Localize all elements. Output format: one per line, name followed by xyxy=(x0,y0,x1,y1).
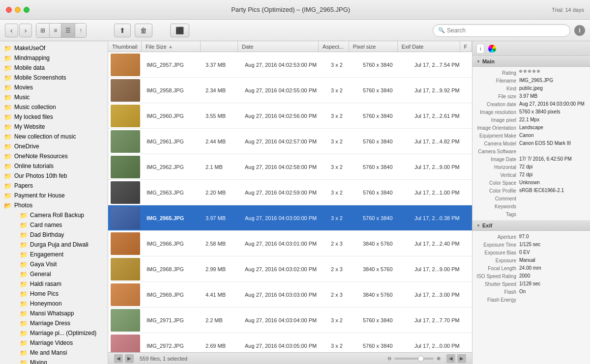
sidebar-item[interactable]: 📁Card names xyxy=(0,220,108,230)
sidebar-item[interactable]: 📁OneDrive xyxy=(0,141,108,151)
info-button[interactable]: i xyxy=(574,25,585,36)
table-row[interactable]: IMG_2961.JPG2.44 MBAug 27, 2016 04:02:57… xyxy=(108,129,472,154)
nav-next-button[interactable]: ▶ xyxy=(125,354,134,363)
sidebar-item[interactable]: 📁Movies xyxy=(0,83,108,92)
sidebar-item[interactable]: 📁MakeUseOf xyxy=(0,43,108,53)
sidebar-item-label: Payment for House xyxy=(14,192,65,199)
sidebar-item[interactable]: 📁Papers xyxy=(0,181,108,191)
table-row[interactable]: IMG_2969.JPG4.41 MBAug 27, 2016 04:03:03… xyxy=(108,282,472,308)
sidebar-item[interactable]: 📁Marriage pi... (Optimized) xyxy=(0,328,108,338)
meta-resolution-label: Image resolution xyxy=(472,109,519,115)
meta-pixel-label: Image pixel xyxy=(472,117,519,123)
share-button[interactable]: ⬆ xyxy=(114,24,131,37)
table-row[interactable]: IMG_2966.JPG2.58 MBAug 27, 2016 04:03:01… xyxy=(108,231,472,256)
table-row[interactable]: IMG_2965.JPG3.97 MBAug 27, 2016 04:03:00… xyxy=(108,205,472,231)
delete-button[interactable]: 🗑 xyxy=(135,24,152,37)
table-row[interactable]: IMG_2958.JPG2.34 MBAug 27, 2016 04:02:55… xyxy=(108,78,472,103)
view-sort-button[interactable]: ↑ xyxy=(75,24,86,37)
view-list-button[interactable]: ≡ xyxy=(50,24,61,37)
col-header-thumbnail[interactable]: Thumbnail xyxy=(108,41,142,52)
sidebar-item[interactable]: 📁Durga Puja and Diwali xyxy=(0,240,108,250)
tab-color[interactable] xyxy=(488,45,496,53)
sidebar-item[interactable]: 📁Gaya Visit xyxy=(0,259,108,269)
rating-dot-3[interactable] xyxy=(528,70,531,73)
sidebar-item-label: Marriage Dress xyxy=(30,320,70,327)
col-header-date[interactable]: Date xyxy=(238,41,319,52)
table-row[interactable]: IMG_2962.JPG2.1 MBAug 27, 2016 04:02:58:… xyxy=(108,154,472,180)
sidebar-item[interactable]: 📁My locked files xyxy=(0,112,108,122)
nav-prev-button[interactable]: ◀ xyxy=(114,354,123,363)
sidebar-item[interactable]: 📁Mobile Screenshots xyxy=(0,73,108,83)
table-row[interactable]: IMG_2972.JPG2.69 MBAug 27, 2016 04:03:05… xyxy=(108,333,472,352)
file-date-cell: Aug 27, 2016 04:03:04:00 PM xyxy=(241,308,327,333)
sidebar-item[interactable]: 📁Mobile data xyxy=(0,63,108,73)
meta-colorprofile-row: Color Profile sRGB IEC61966-2.1 xyxy=(472,187,590,195)
meta-vertical-value: 72 dpi xyxy=(519,172,590,178)
table-row[interactable]: IMG_2960.JPG3.55 MBAug 27, 2016 04:02:56… xyxy=(108,103,472,129)
rating-dot-2[interactable] xyxy=(524,70,527,73)
table-row[interactable]: IMG_2971.JPG2.2 MBAug 27, 2016 04:03:04:… xyxy=(108,308,472,333)
sidebar-item[interactable]: 📁Me and Mansi xyxy=(0,348,108,358)
zoom-track[interactable] xyxy=(394,358,434,360)
rating-dot-1[interactable] xyxy=(519,70,522,73)
sidebar-item[interactable]: 📁Music collection xyxy=(0,102,108,112)
sidebar-item[interactable]: 📁Payment for House xyxy=(0,191,108,200)
forward-button[interactable]: › xyxy=(19,24,32,37)
sidebar-item[interactable]: 📁Dad Birthday xyxy=(0,230,108,240)
sidebar-item[interactable]: 📁Music xyxy=(0,92,108,102)
section-main-header[interactable]: ▼ Main xyxy=(472,56,590,67)
sidebar-item[interactable]: 📁General xyxy=(0,269,108,279)
sidebar-item[interactable]: 📁Mindmapping xyxy=(0,53,108,63)
meta-camera-model-row: Camera Model Canon EOS 5D Mark III xyxy=(472,140,590,147)
star-button[interactable]: ⬛ xyxy=(170,24,189,37)
sidebar-item-label: Me and Mansi xyxy=(30,349,67,356)
sidebar-item[interactable]: 📁Online tutorials xyxy=(0,161,108,171)
section-exif-header[interactable]: ▼ Exif xyxy=(472,220,590,231)
col-header-pixel[interactable]: Pixel size xyxy=(349,41,398,52)
minimize-button[interactable] xyxy=(15,7,21,13)
folder-icon: 📁 xyxy=(20,212,28,219)
sidebar-item[interactable]: 📁Honeymoon xyxy=(0,299,108,308)
sidebar-item[interactable]: 📁Home Pics xyxy=(0,289,108,299)
file-thumbnail-cell xyxy=(108,104,143,128)
sidebar-item[interactable]: 📁Mansi Whatsapp xyxy=(0,308,108,318)
rating-dot-4[interactable] xyxy=(532,70,535,73)
sidebar-item[interactable]: 📁Engagement xyxy=(0,250,108,259)
table-row[interactable]: IMG_2957.JPG3.37 MBAug 27, 2016 04:02:53… xyxy=(108,52,472,78)
col-header-flag[interactable]: F xyxy=(460,41,472,52)
col-header-size[interactable] xyxy=(201,41,238,52)
close-button[interactable] xyxy=(6,7,12,13)
nav-right-small-button[interactable]: ▶ xyxy=(457,354,466,363)
sidebar-item[interactable]: 📁Camera Roll Backup xyxy=(0,210,108,220)
file-pixel-cell: 3840 x 5760 xyxy=(359,282,411,307)
col-header-exif[interactable]: Exif Date xyxy=(398,41,460,52)
meta-filename-value: IMG_2965.JPG xyxy=(519,78,590,84)
nav-left-small-button[interactable]: ◀ xyxy=(446,354,455,363)
sidebar-item[interactable]: 📂Photos xyxy=(0,200,108,210)
sidebar-item[interactable]: 📁OneNote Resources xyxy=(0,151,108,161)
search-box[interactable]: 🔍 xyxy=(433,24,570,37)
meta-camera-software-value xyxy=(519,148,590,154)
zoom-slider[interactable]: ⊖ ⊕ xyxy=(387,356,441,361)
meta-tags-value xyxy=(519,211,590,217)
sidebar-item[interactable]: 📁Marriage Videos xyxy=(0,338,108,348)
col-header-name[interactable]: File Size ▲ xyxy=(142,41,201,52)
sidebar-item[interactable]: 📁New collection of music xyxy=(0,132,108,141)
search-input[interactable] xyxy=(447,27,565,34)
maximize-button[interactable] xyxy=(24,7,30,13)
col-header-aspect[interactable]: Aspect... xyxy=(319,41,349,52)
sidebar-item[interactable]: 📁Haldi rasam xyxy=(0,279,108,289)
view-detail-button[interactable]: ☰ xyxy=(61,24,75,37)
sidebar-item[interactable]: 📁Mixing xyxy=(0,358,108,364)
back-button[interactable]: ‹ xyxy=(5,24,18,37)
sidebar-item[interactable]: 📁Marriage Dress xyxy=(0,318,108,328)
view-grid-button[interactable]: ⊞ xyxy=(36,24,50,37)
sidebar-item[interactable]: 📁My Website xyxy=(0,122,108,132)
table-row[interactable]: IMG_2963.JPG2.20 MBAug 27, 2016 04:02:59… xyxy=(108,180,472,205)
rating-dot-5[interactable] xyxy=(537,70,540,73)
tab-info[interactable]: i xyxy=(476,44,484,54)
zoom-thumb[interactable] xyxy=(418,356,424,362)
meta-creation-row: Creation date Aug 27, 2016 04:03:00:00 P… xyxy=(472,100,590,108)
table-row[interactable]: IMG_2968.JPG2.99 MBAug 27, 2016 04:03:02… xyxy=(108,256,472,282)
sidebar-item[interactable]: 📁Our Photos 10th feb xyxy=(0,171,108,181)
